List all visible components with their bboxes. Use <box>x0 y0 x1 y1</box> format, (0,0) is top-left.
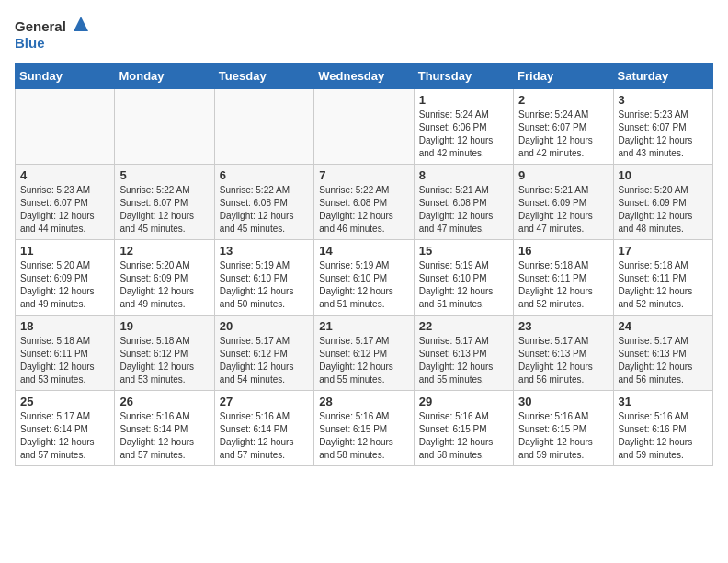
weekday-header-friday: Friday <box>514 63 613 89</box>
day-number: 28 <box>319 395 408 408</box>
day-number: 19 <box>119 319 209 333</box>
calendar-cell: 10Sunrise: 5:20 AM Sunset: 6:09 PM Dayli… <box>613 165 712 240</box>
page-header: General Blue <box>15 15 713 55</box>
day-info: Sunrise: 5:20 AM Sunset: 6:09 PM Dayligh… <box>119 259 209 311</box>
weekday-header-saturday: Saturday <box>613 63 712 89</box>
calendar-cell: 9Sunrise: 5:21 AM Sunset: 6:09 PM Daylig… <box>514 165 613 240</box>
day-number: 25 <box>20 395 109 408</box>
day-info: Sunrise: 5:20 AM Sunset: 6:09 PM Dayligh… <box>20 259 109 311</box>
calendar-cell: 18Sunrise: 5:18 AM Sunset: 6:11 PM Dayli… <box>16 316 115 391</box>
calendar-cell: 30Sunrise: 5:16 AM Sunset: 6:15 PM Dayli… <box>514 391 613 466</box>
day-info: Sunrise: 5:23 AM Sunset: 6:07 PM Dayligh… <box>20 184 109 236</box>
calendar-cell: 12Sunrise: 5:20 AM Sunset: 6:09 PM Dayli… <box>115 240 214 316</box>
day-number: 14 <box>319 244 408 258</box>
day-number: 29 <box>419 395 508 408</box>
calendar-cell: 7Sunrise: 5:22 AM Sunset: 6:08 PM Daylig… <box>314 165 414 240</box>
day-info: Sunrise: 5:18 AM Sunset: 6:12 PM Dayligh… <box>119 335 209 386</box>
calendar-cell: 16Sunrise: 5:18 AM Sunset: 6:11 PM Dayli… <box>514 240 613 316</box>
day-info: Sunrise: 5:16 AM Sunset: 6:15 PM Dayligh… <box>319 410 408 462</box>
day-number: 18 <box>20 319 109 333</box>
calendar-header-row: SundayMondayTuesdayWednesdayThursdayFrid… <box>16 63 713 89</box>
calendar-cell <box>314 89 414 165</box>
day-number: 22 <box>419 319 508 333</box>
day-number: 23 <box>518 319 608 333</box>
calendar-cell: 6Sunrise: 5:22 AM Sunset: 6:08 PM Daylig… <box>214 165 313 240</box>
day-number: 26 <box>119 395 209 408</box>
day-number: 7 <box>319 168 408 182</box>
calendar-cell: 29Sunrise: 5:16 AM Sunset: 6:15 PM Dayli… <box>414 391 513 466</box>
calendar-cell: 20Sunrise: 5:17 AM Sunset: 6:12 PM Dayli… <box>214 316 313 391</box>
day-number: 31 <box>619 395 708 408</box>
calendar-cell <box>214 89 313 165</box>
calendar-cell: 24Sunrise: 5:17 AM Sunset: 6:13 PM Dayli… <box>613 316 712 391</box>
svg-marker-2 <box>74 17 88 31</box>
day-info: Sunrise: 5:21 AM Sunset: 6:09 PM Dayligh… <box>518 184 608 236</box>
day-info: Sunrise: 5:16 AM Sunset: 6:15 PM Dayligh… <box>419 410 508 462</box>
day-info: Sunrise: 5:24 AM Sunset: 6:06 PM Dayligh… <box>419 109 508 160</box>
calendar-cell: 27Sunrise: 5:16 AM Sunset: 6:14 PM Dayli… <box>214 391 313 466</box>
day-number: 10 <box>619 168 708 182</box>
calendar-cell: 11Sunrise: 5:20 AM Sunset: 6:09 PM Dayli… <box>16 240 115 316</box>
calendar-cell: 13Sunrise: 5:19 AM Sunset: 6:10 PM Dayli… <box>214 240 313 316</box>
weekday-header-monday: Monday <box>115 63 214 89</box>
calendar-cell: 1Sunrise: 5:24 AM Sunset: 6:06 PM Daylig… <box>414 89 513 165</box>
calendar-cell <box>115 89 214 165</box>
day-info: Sunrise: 5:22 AM Sunset: 6:08 PM Dayligh… <box>220 184 309 236</box>
day-number: 16 <box>518 244 608 258</box>
svg-text:General: General <box>15 18 66 34</box>
day-number: 8 <box>419 168 508 182</box>
day-number: 4 <box>20 168 109 182</box>
day-info: Sunrise: 5:19 AM Sunset: 6:10 PM Dayligh… <box>220 259 309 311</box>
calendar-table: SundayMondayTuesdayWednesdayThursdayFrid… <box>15 63 713 466</box>
day-info: Sunrise: 5:17 AM Sunset: 6:14 PM Dayligh… <box>20 410 109 462</box>
day-info: Sunrise: 5:19 AM Sunset: 6:10 PM Dayligh… <box>319 259 408 311</box>
calendar-cell: 17Sunrise: 5:18 AM Sunset: 6:11 PM Dayli… <box>613 240 712 316</box>
weekday-header-tuesday: Tuesday <box>214 63 313 89</box>
day-number: 27 <box>220 395 309 408</box>
calendar-cell: 22Sunrise: 5:17 AM Sunset: 6:13 PM Dayli… <box>414 316 513 391</box>
calendar-week-row: 1Sunrise: 5:24 AM Sunset: 6:06 PM Daylig… <box>16 89 713 165</box>
calendar-cell: 19Sunrise: 5:18 AM Sunset: 6:12 PM Dayli… <box>115 316 214 391</box>
day-number: 5 <box>119 168 209 182</box>
day-info: Sunrise: 5:17 AM Sunset: 6:13 PM Dayligh… <box>419 335 508 386</box>
day-number: 11 <box>20 244 109 258</box>
day-number: 12 <box>119 244 209 258</box>
calendar-week-row: 18Sunrise: 5:18 AM Sunset: 6:11 PM Dayli… <box>16 316 713 391</box>
calendar-cell: 14Sunrise: 5:19 AM Sunset: 6:10 PM Dayli… <box>314 240 414 316</box>
day-info: Sunrise: 5:17 AM Sunset: 6:12 PM Dayligh… <box>319 335 408 386</box>
day-info: Sunrise: 5:21 AM Sunset: 6:08 PM Dayligh… <box>419 184 508 236</box>
day-info: Sunrise: 5:16 AM Sunset: 6:16 PM Dayligh… <box>619 410 708 462</box>
calendar-cell: 25Sunrise: 5:17 AM Sunset: 6:14 PM Dayli… <box>16 391 115 466</box>
day-info: Sunrise: 5:17 AM Sunset: 6:13 PM Dayligh… <box>518 335 608 386</box>
day-info: Sunrise: 5:24 AM Sunset: 6:07 PM Dayligh… <box>518 109 608 160</box>
calendar-cell: 26Sunrise: 5:16 AM Sunset: 6:14 PM Dayli… <box>115 391 214 466</box>
day-info: Sunrise: 5:20 AM Sunset: 6:09 PM Dayligh… <box>619 184 708 236</box>
calendar-cell: 28Sunrise: 5:16 AM Sunset: 6:15 PM Dayli… <box>314 391 414 466</box>
logo-svg: General Blue <box>15 15 88 55</box>
day-number: 24 <box>619 319 708 333</box>
day-number: 15 <box>419 244 508 258</box>
day-info: Sunrise: 5:17 AM Sunset: 6:13 PM Dayligh… <box>619 335 708 386</box>
calendar-week-row: 4Sunrise: 5:23 AM Sunset: 6:07 PM Daylig… <box>16 165 713 240</box>
day-number: 9 <box>518 168 608 182</box>
day-number: 6 <box>220 168 309 182</box>
day-info: Sunrise: 5:22 AM Sunset: 6:07 PM Dayligh… <box>119 184 209 236</box>
weekday-header-sunday: Sunday <box>16 63 115 89</box>
calendar-cell: 31Sunrise: 5:16 AM Sunset: 6:16 PM Dayli… <box>613 391 712 466</box>
day-number: 13 <box>220 244 309 258</box>
day-info: Sunrise: 5:17 AM Sunset: 6:12 PM Dayligh… <box>220 335 309 386</box>
day-info: Sunrise: 5:16 AM Sunset: 6:15 PM Dayligh… <box>518 410 608 462</box>
calendar-cell: 23Sunrise: 5:17 AM Sunset: 6:13 PM Dayli… <box>514 316 613 391</box>
calendar-week-row: 11Sunrise: 5:20 AM Sunset: 6:09 PM Dayli… <box>16 240 713 316</box>
day-info: Sunrise: 5:18 AM Sunset: 6:11 PM Dayligh… <box>20 335 109 386</box>
day-info: Sunrise: 5:22 AM Sunset: 6:08 PM Dayligh… <box>319 184 408 236</box>
day-number: 2 <box>518 93 608 107</box>
calendar-cell: 15Sunrise: 5:19 AM Sunset: 6:10 PM Dayli… <box>414 240 513 316</box>
weekday-header-wednesday: Wednesday <box>314 63 414 89</box>
calendar-cell: 4Sunrise: 5:23 AM Sunset: 6:07 PM Daylig… <box>16 165 115 240</box>
day-number: 30 <box>518 395 608 408</box>
day-info: Sunrise: 5:18 AM Sunset: 6:11 PM Dayligh… <box>619 259 708 311</box>
calendar-cell: 21Sunrise: 5:17 AM Sunset: 6:12 PM Dayli… <box>314 316 414 391</box>
calendar-week-row: 25Sunrise: 5:17 AM Sunset: 6:14 PM Dayli… <box>16 391 713 466</box>
day-info: Sunrise: 5:19 AM Sunset: 6:10 PM Dayligh… <box>419 259 508 311</box>
